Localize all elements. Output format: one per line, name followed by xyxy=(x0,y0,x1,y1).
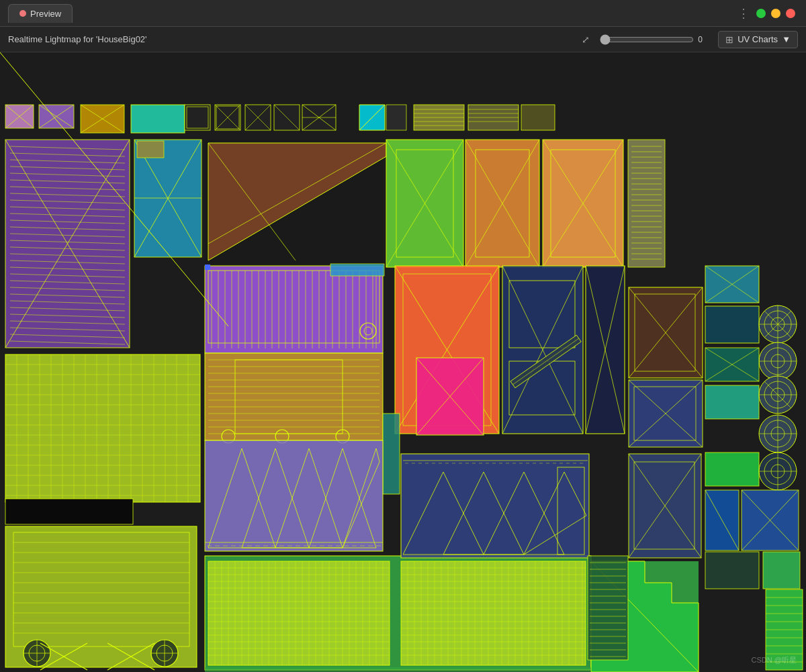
svg-rect-497 xyxy=(137,141,164,158)
tab-dot xyxy=(19,10,26,17)
window-green-btn[interactable] xyxy=(756,9,766,18)
uv-canvas xyxy=(0,52,806,672)
slider-container: 0 xyxy=(600,34,711,45)
dropdown-arrow-icon: ▼ xyxy=(782,34,791,44)
svg-rect-446 xyxy=(705,385,759,419)
brightness-slider[interactable] xyxy=(600,34,694,45)
uv-charts-dropdown[interactable]: ⊞ UV Charts ▼ xyxy=(718,31,798,48)
svg-rect-480 xyxy=(763,552,800,589)
svg-rect-13 xyxy=(131,105,185,133)
svg-rect-15 xyxy=(185,105,210,130)
svg-rect-265 xyxy=(205,353,383,440)
svg-rect-317 xyxy=(208,561,390,665)
svg-rect-478 xyxy=(705,552,759,589)
svg-rect-285 xyxy=(205,440,383,551)
svg-rect-499 xyxy=(205,265,210,270)
window-menu-icon[interactable]: ⋮ xyxy=(737,6,751,21)
svg-rect-192 xyxy=(705,306,759,343)
svg-rect-238 xyxy=(5,499,133,524)
svg-rect-402 xyxy=(401,454,589,558)
svg-rect-506 xyxy=(588,556,628,660)
svg-rect-283 xyxy=(383,414,400,494)
resize-icon[interactable]: ⤢ xyxy=(578,32,593,47)
window-yellow-btn[interactable] xyxy=(771,9,780,18)
svg-rect-503 xyxy=(330,264,384,276)
uv-chart-svg xyxy=(0,52,806,672)
titlebar: Preview ⋮ xyxy=(0,0,806,27)
lightmap-title: Realtime Lightmap for 'HouseBig02' xyxy=(8,34,147,44)
window-red-btn[interactable] xyxy=(786,9,795,18)
svg-rect-108 xyxy=(628,140,665,267)
svg-rect-505 xyxy=(205,667,591,672)
toolbar: Realtime Lightmap for 'HouseBig02' ⤢ 0 ⊞… xyxy=(0,27,806,52)
preview-tab[interactable]: Preview xyxy=(8,4,73,23)
svg-rect-47 xyxy=(521,105,555,130)
svg-rect-33 xyxy=(386,105,406,130)
svg-rect-206 xyxy=(5,354,200,502)
tab-label: Preview xyxy=(30,9,61,19)
slider-value: 0 xyxy=(698,35,711,44)
uv-charts-label: UV Charts xyxy=(737,34,778,44)
layers-icon: ⊞ xyxy=(725,34,733,45)
svg-rect-359 xyxy=(401,561,586,665)
svg-rect-459 xyxy=(705,452,759,486)
window-controls: ⋮ xyxy=(737,6,795,21)
canvas-area: CSDN @听星 xyxy=(0,52,806,672)
